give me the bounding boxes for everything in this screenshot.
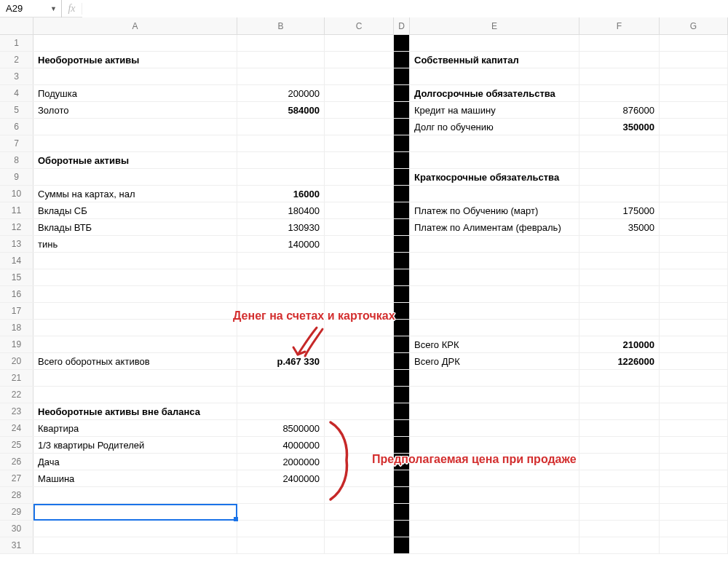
cell-A13[interactable]: тинь: [33, 236, 237, 252]
cell-C13[interactable]: [325, 236, 394, 252]
cell-B23[interactable]: [237, 403, 325, 419]
name-box-dropdown-icon[interactable]: ▼: [50, 5, 57, 12]
cell-A14[interactable]: [33, 253, 237, 269]
cell-E12[interactable]: Платеж по Алиментам (февраль): [410, 219, 579, 235]
cell-C6[interactable]: [325, 119, 394, 135]
cell-E10[interactable]: [410, 186, 579, 202]
row-header[interactable]: 11: [0, 202, 33, 218]
cell-B16[interactable]: [237, 286, 325, 302]
cell-D14[interactable]: [394, 253, 410, 269]
cell-G10[interactable]: [660, 186, 728, 202]
cell-B27[interactable]: 2400000: [237, 470, 325, 486]
cell-A21[interactable]: [33, 370, 237, 386]
cell-D21[interactable]: [394, 370, 410, 386]
cell-A20[interactable]: Всего оборотных активов: [33, 353, 237, 369]
cell-A11[interactable]: Вклады СБ: [33, 202, 237, 218]
cell-E11[interactable]: Платеж по Обучению (март): [410, 202, 579, 218]
cell-A12[interactable]: Вклады ВТБ: [33, 219, 237, 235]
cell-E6[interactable]: Долг по обучению: [410, 119, 579, 135]
col-header-B[interactable]: B: [237, 17, 325, 34]
cell-E21[interactable]: [410, 370, 579, 386]
cell-F31[interactable]: [579, 537, 660, 553]
row-header[interactable]: 20: [0, 353, 33, 369]
cell-G7[interactable]: [660, 135, 728, 151]
cell-A30[interactable]: [33, 521, 237, 537]
select-all-corner[interactable]: [0, 17, 33, 34]
cell-B19[interactable]: [237, 336, 325, 352]
cell-D10[interactable]: [394, 186, 410, 202]
cell-G31[interactable]: [660, 537, 728, 553]
row-header[interactable]: 15: [0, 269, 33, 285]
cell-B10[interactable]: 16000: [237, 186, 325, 202]
cell-D17[interactable]: [394, 303, 410, 319]
cell-D7[interactable]: [394, 135, 410, 151]
cell-G2[interactable]: [660, 52, 728, 68]
cell-E26[interactable]: [410, 454, 579, 470]
row-header[interactable]: 10: [0, 186, 33, 202]
cell-E18[interactable]: [410, 320, 579, 336]
cell-E7[interactable]: [410, 135, 579, 151]
cell-F26[interactable]: [579, 454, 660, 470]
cell-F17[interactable]: [579, 303, 660, 319]
cell-C25[interactable]: [325, 437, 394, 453]
cell-G13[interactable]: [660, 236, 728, 252]
cell-G8[interactable]: [660, 152, 728, 168]
cell-C26[interactable]: [325, 454, 394, 470]
cell-D9[interactable]: [394, 169, 410, 185]
cell-D3[interactable]: [394, 68, 410, 84]
cell-B9[interactable]: [237, 169, 325, 185]
cell-D29[interactable]: [394, 504, 410, 520]
cell-A22[interactable]: [33, 387, 237, 403]
cell-B3[interactable]: [237, 68, 325, 84]
cell-B25[interactable]: 4000000: [237, 437, 325, 453]
cell-G12[interactable]: [660, 219, 728, 235]
cell-C16[interactable]: [325, 286, 394, 302]
cell-F15[interactable]: [579, 269, 660, 285]
cell-E31[interactable]: [410, 537, 579, 553]
cell-B18[interactable]: [237, 320, 325, 336]
cell-G30[interactable]: [660, 521, 728, 537]
row-header[interactable]: 16: [0, 286, 33, 302]
cell-F27[interactable]: [579, 470, 660, 486]
cell-F28[interactable]: [579, 487, 660, 503]
cell-A4[interactable]: Подушка: [33, 85, 237, 101]
cell-F5[interactable]: 876000: [579, 102, 660, 118]
cell-G5[interactable]: [660, 102, 728, 118]
col-header-G[interactable]: G: [660, 17, 728, 34]
cell-G3[interactable]: [660, 68, 728, 84]
cell-A26[interactable]: Дача: [33, 454, 237, 470]
cell-B4[interactable]: 200000: [237, 85, 325, 101]
cell-D1[interactable]: [394, 35, 410, 51]
cell-B17[interactable]: [237, 303, 325, 319]
spreadsheet-grid[interactable]: A B C D E F G 12Необоротные активыСобств…: [0, 17, 728, 554]
name-box[interactable]: A29 ▼: [0, 0, 62, 17]
cell-F9[interactable]: [579, 169, 660, 185]
cell-F18[interactable]: [579, 320, 660, 336]
cell-G9[interactable]: [660, 169, 728, 185]
cell-G23[interactable]: [660, 403, 728, 419]
cell-A19[interactable]: [33, 336, 237, 352]
cell-G15[interactable]: [660, 269, 728, 285]
cell-C11[interactable]: [325, 202, 394, 218]
row-header[interactable]: 5: [0, 102, 33, 118]
cell-F10[interactable]: [579, 186, 660, 202]
cell-B30[interactable]: [237, 521, 325, 537]
cell-A27[interactable]: Машина: [33, 470, 237, 486]
row-header[interactable]: 12: [0, 219, 33, 235]
cell-C17[interactable]: [325, 303, 394, 319]
cell-B28[interactable]: [237, 487, 325, 503]
cell-C30[interactable]: [325, 521, 394, 537]
cell-E8[interactable]: [410, 152, 579, 168]
cell-D5[interactable]: [394, 102, 410, 118]
cell-C15[interactable]: [325, 269, 394, 285]
cell-B6[interactable]: [237, 119, 325, 135]
cell-F29[interactable]: [579, 504, 660, 520]
cell-G6[interactable]: [660, 119, 728, 135]
cell-B11[interactable]: 180400: [237, 202, 325, 218]
cell-E27[interactable]: [410, 470, 579, 486]
cell-G25[interactable]: [660, 437, 728, 453]
cell-A23[interactable]: Необоротные активы вне баланса: [33, 403, 237, 419]
cell-B15[interactable]: [237, 269, 325, 285]
cell-B1[interactable]: [237, 35, 325, 51]
cell-C19[interactable]: [325, 336, 394, 352]
